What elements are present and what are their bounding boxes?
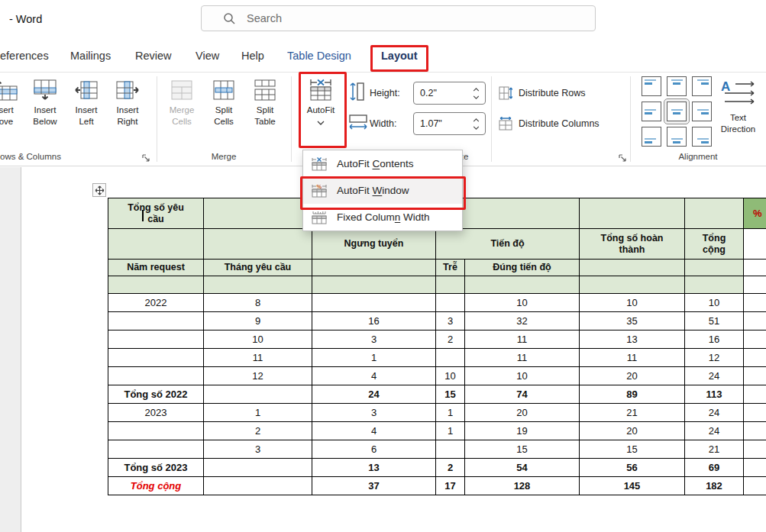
align-top-left-button[interactable] (642, 76, 661, 96)
table-cell[interactable]: 12 (685, 349, 744, 367)
height-value[interactable]: 0.2" (420, 88, 473, 98)
table-header-empty[interactable] (580, 276, 685, 294)
search-box[interactable]: Search (201, 5, 596, 31)
table-cell[interactable] (436, 294, 465, 312)
table-cell[interactable] (312, 294, 436, 312)
table-cell[interactable]: 4 (312, 422, 436, 440)
table-cell[interactable]: 15 (580, 440, 685, 459)
table-cell[interactable]: 6 (312, 440, 436, 459)
table-cell[interactable]: 145 (580, 477, 685, 495)
table-cell[interactable] (204, 385, 312, 404)
table-header-tre[interactable]: Trễ (436, 260, 465, 276)
insert-left-button[interactable]: Insert Left (69, 75, 104, 145)
table-header-nam-request[interactable]: Năm request (108, 260, 204, 276)
table-header-empty[interactable] (685, 198, 744, 229)
table-cell[interactable]: 11 (580, 349, 685, 367)
align-center-button[interactable] (664, 98, 690, 124)
table-cell[interactable]: Tổng cộng (108, 477, 204, 495)
width-value[interactable]: 1.07" (420, 118, 473, 129)
table-cell[interactable]: 11 (204, 349, 312, 367)
tab-view[interactable]: View (196, 50, 219, 62)
table-header-ngung-tuyen[interactable]: Ngưng tuyển (312, 229, 436, 260)
table-cell[interactable]: Tổng số 2023 (108, 459, 204, 477)
document-table[interactable]: Tổng số yêu cầu ng % Ngưng tuyển Tiến độ… (108, 198, 766, 495)
table-cell[interactable]: 20 (580, 422, 685, 440)
table-cell[interactable]: 19 (465, 422, 580, 440)
width-decrement-icon[interactable] (473, 126, 480, 130)
distribute-columns-button[interactable]: Distribute Columns (519, 118, 600, 129)
table-header-tong-hoan-thanh[interactable]: Tổng số hoàn thành (580, 229, 685, 260)
table-cell[interactable]: 8 (204, 294, 312, 312)
table-header-empty[interactable] (312, 276, 436, 294)
table-header-percent[interactable]: % (744, 198, 766, 229)
table-header-empty[interactable] (685, 276, 744, 294)
insert-above-button[interactable]: sert ove (0, 75, 23, 145)
table-header-empty[interactable] (436, 276, 465, 294)
table-cell[interactable]: 1 (204, 404, 312, 422)
table-header-empty[interactable] (312, 260, 436, 276)
table-cell[interactable]: 21 (685, 440, 744, 459)
table-cell[interactable]: 16 (312, 312, 436, 330)
align-bottom-left-button[interactable] (642, 127, 661, 147)
table-header-empty[interactable] (108, 229, 204, 260)
table-cell[interactable] (204, 477, 312, 495)
table-cell[interactable] (744, 349, 766, 367)
table-cell[interactable] (108, 330, 204, 349)
table-header-thang-yeu-cau[interactable]: Tháng yêu cầu (204, 260, 312, 276)
table-cell[interactable]: 10 (685, 294, 744, 312)
table-cell[interactable]: 1 (312, 349, 436, 367)
table-cell[interactable]: 24 (685, 422, 744, 440)
height-field[interactable]: 0.2" (413, 82, 486, 105)
table-cell[interactable]: Tổng số 2022 (108, 385, 204, 404)
table-cell[interactable] (744, 459, 766, 477)
distribute-rows-button[interactable]: Distribute Rows (519, 88, 586, 98)
table-cell[interactable] (744, 312, 766, 330)
table-cell[interactable]: 17 (436, 477, 465, 495)
tab-review[interactable]: Review (135, 50, 172, 62)
table-header-empty[interactable] (108, 276, 204, 294)
table-cell[interactable] (108, 422, 204, 440)
table-cell[interactable]: 1 (436, 422, 465, 440)
table-cell[interactable] (744, 477, 766, 495)
table-cell[interactable]: 15 (436, 385, 465, 404)
table-cell[interactable]: 51 (685, 312, 744, 330)
table-cell-empty[interactable] (744, 260, 766, 276)
table-header-empty[interactable] (204, 276, 312, 294)
align-center-right-button[interactable] (692, 102, 712, 121)
table-cell[interactable]: 10 (204, 330, 312, 349)
table-move-handle[interactable] (92, 183, 106, 197)
insert-below-button[interactable]: Insert Below (27, 75, 63, 145)
width-increment-icon[interactable] (473, 118, 480, 122)
table-cell[interactable] (744, 294, 766, 312)
table-cell-empty[interactable] (744, 276, 766, 294)
table-cell[interactable]: 13 (312, 459, 436, 477)
align-bottom-right-button[interactable] (692, 127, 712, 147)
table-cell[interactable]: 11 (465, 349, 580, 367)
cell-size-dialog-launcher-icon[interactable] (619, 152, 627, 166)
table-header-total-request[interactable]: Tổng số yêu cầu (108, 198, 204, 229)
table-cell[interactable]: 3 (312, 330, 436, 349)
table-cell[interactable]: 2 (436, 459, 465, 477)
table-cell[interactable]: 2022 (108, 294, 204, 312)
table-cell[interactable]: 21 (580, 404, 685, 422)
table-cell[interactable]: 3 (204, 440, 312, 459)
table-header-empty[interactable] (580, 198, 685, 229)
table-cell[interactable]: 20 (580, 367, 685, 385)
table-cell[interactable]: 3 (436, 312, 465, 330)
menu-item-autofit-contents[interactable]: AutoFit Contents (303, 150, 462, 177)
split-table-button[interactable]: Split Table (246, 75, 284, 145)
table-header-empty[interactable] (580, 260, 685, 276)
table-cell[interactable]: 15 (465, 440, 580, 459)
height-decrement-icon[interactable] (473, 95, 480, 99)
table-cell[interactable] (204, 459, 312, 477)
table-cell[interactable]: 9 (204, 312, 312, 330)
table-cell[interactable]: 16 (685, 330, 744, 349)
table-cell[interactable] (108, 440, 204, 459)
table-header-empty[interactable] (685, 260, 744, 276)
table-header-tong-cong[interactable]: Tổng cộng (685, 229, 744, 260)
table-cell[interactable]: 37 (312, 477, 436, 495)
table-cell[interactable] (108, 367, 204, 385)
table-cell[interactable]: 2 (204, 422, 312, 440)
table-cell[interactable] (744, 404, 766, 422)
table-cell[interactable]: 13 (580, 330, 685, 349)
